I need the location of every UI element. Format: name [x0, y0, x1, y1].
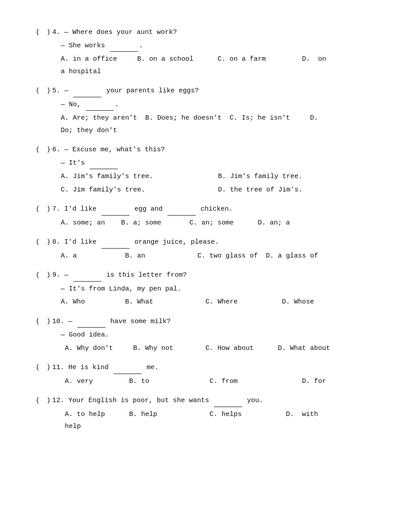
question-4-text: 4. — Where does your aunt work?	[52, 27, 375, 38]
options-11: A. very B. to C. from D. for	[61, 376, 375, 387]
question-7-text: 7. I'd like egg and chicken.	[52, 204, 375, 216]
question-7: ( ) 7. I'd like egg and chicken. A. some…	[36, 204, 375, 229]
bracket-5: ( )	[36, 85, 50, 97]
bracket-7: ( )	[36, 204, 50, 215]
options-12-line1: A. to help B. help C. helps D. with	[61, 409, 375, 420]
blank-5b	[86, 99, 114, 111]
bracket-11: ( )	[36, 362, 50, 374]
options-6-line1: A. Jim's family's tree. B. Jim's family …	[61, 171, 375, 195]
answer-9: — It's from Linda, my pen pal.	[61, 283, 375, 295]
bracket-6: ( )	[36, 144, 50, 156]
bracket-9: ( )	[36, 270, 50, 281]
blank-12	[214, 395, 242, 407]
question-5: ( ) 5. — your parents like eggs? — No, .…	[36, 85, 375, 136]
blank-4	[110, 40, 138, 52]
answer-4: — She works .	[61, 40, 375, 52]
options-8: A. a B. an C. two glass of D. a glass of	[61, 250, 375, 262]
blank-6	[90, 158, 118, 170]
options-7: A. some; an B. a; some C. an; some D. an…	[61, 217, 375, 229]
question-8-text: 8. I'd like orange juice, please.	[52, 237, 375, 249]
option-6d: D. the tree of Jim's.	[218, 184, 375, 196]
question-8: ( ) 8. I'd like orange juice, please. A.…	[36, 237, 375, 262]
answer-6: — It's	[61, 158, 375, 170]
blank-8	[101, 237, 130, 249]
answer-5: — No, .	[61, 99, 375, 111]
option-6b: B. Jim's family tree.	[218, 171, 375, 183]
bracket-4: ( )	[36, 27, 50, 38]
options-4-line1: A. in a office B. on a school C. on a fa…	[61, 54, 375, 65]
question-6: ( ) 6. — Excuse me, what's this? — It's …	[36, 144, 375, 195]
bracket-8: ( )	[36, 237, 50, 248]
worksheet: ( ) 4. — Where does your aunt work? — Sh…	[36, 27, 375, 432]
blank-10	[77, 316, 105, 328]
options-4-line2: a hospital	[61, 66, 375, 78]
question-12-text: 12. Your English is poor, but she wants …	[52, 395, 375, 407]
question-11: ( ) 11. He is kind me. A. very B. to C. …	[36, 362, 375, 387]
options-5-line1: A. Are; they aren't B. Does; he doesn't …	[61, 112, 375, 124]
bracket-12: ( )	[36, 395, 50, 407]
option-6c: C. Jim family's tree.	[61, 184, 218, 196]
options-10: A. Why don't B. Why not C. How about D. …	[61, 343, 375, 354]
option-6a: A. Jim's family's tree.	[61, 171, 218, 183]
blank-7b	[168, 204, 196, 216]
blank-5a	[73, 85, 101, 97]
options-5-line2: Do; they don't	[61, 125, 375, 137]
bracket-10: ( )	[36, 316, 50, 328]
question-4: ( ) 4. — Where does your aunt work? — Sh…	[36, 27, 375, 77]
question-12: ( ) 12. Your English is poor, but she wa…	[36, 395, 375, 432]
question-10-text: 10. — have some milk?	[52, 316, 375, 328]
answer-10: — Good idea.	[61, 329, 375, 341]
question-5-text: 5. — your parents like eggs?	[52, 85, 375, 97]
blank-11	[113, 362, 142, 374]
question-10: ( ) 10. — have some milk? — Good idea. A…	[36, 316, 375, 354]
options-12-line2: help	[61, 421, 375, 432]
blank-9	[73, 270, 101, 282]
question-9: ( ) 9. — is this letter from? — It's fro…	[36, 270, 375, 308]
question-6-text: 6. — Excuse me, what's this?	[52, 144, 375, 156]
question-9-text: 9. — is this letter from?	[52, 270, 375, 282]
options-9: A. Who B. What C. Where D. Whose	[61, 296, 375, 308]
question-11-text: 11. He is kind me.	[52, 362, 375, 374]
blank-7a	[101, 204, 130, 216]
